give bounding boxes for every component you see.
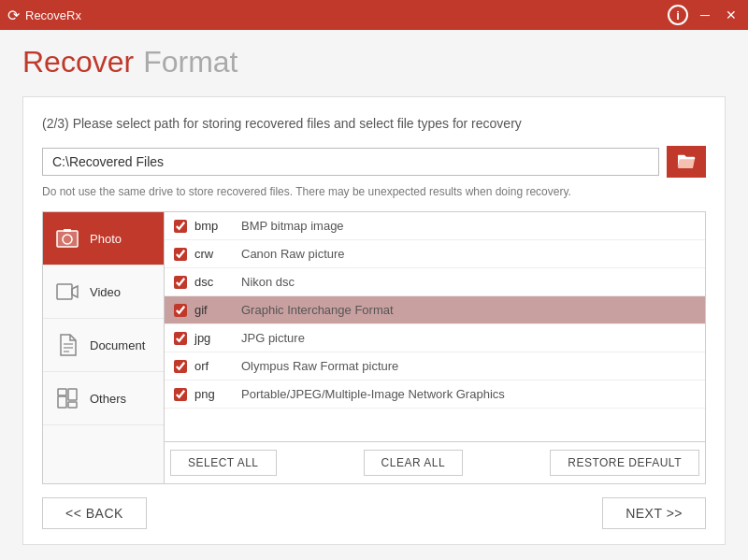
- file-row-jpg: jpg JPG picture: [165, 324, 705, 352]
- svg-rect-8: [58, 396, 66, 408]
- browse-folder-button[interactable]: [667, 146, 706, 178]
- file-list-actions: SELECT ALL CLEAR ALL RESTORE DEFAULT: [165, 441, 705, 483]
- ext-dsc: dsc: [194, 275, 241, 289]
- desc-crw: Canon Raw picture: [241, 247, 696, 261]
- video-icon: [54, 279, 80, 305]
- checkbox-orf[interactable]: [174, 360, 187, 373]
- desc-bmp: BMP bitmap image: [241, 219, 696, 233]
- file-list-panel: bmp BMP bitmap image crw Canon Raw pictu…: [165, 212, 705, 483]
- svg-rect-2: [64, 229, 71, 232]
- restore-default-button[interactable]: RESTORE DEFAULT: [550, 450, 699, 476]
- desc-gif: Graphic Interchange Format: [241, 303, 696, 317]
- photo-icon: [54, 225, 80, 251]
- file-row-dsc: dsc Nikon dsc: [165, 268, 705, 296]
- nav-row: << BACK NEXT >>: [42, 497, 706, 529]
- category-photo[interactable]: Photo: [43, 212, 164, 266]
- file-row-orf: orf Olympus Raw Format picture: [165, 352, 705, 381]
- file-row-bmp: bmp BMP bitmap image: [165, 212, 705, 240]
- category-others[interactable]: Others: [43, 372, 164, 425]
- file-type-area: Photo Video: [42, 211, 706, 484]
- title-bar: ⟳ RecoveRx i ─ ✕: [0, 0, 748, 30]
- back-button[interactable]: << BACK: [42, 497, 147, 529]
- desc-dsc: Nikon dsc: [241, 275, 696, 289]
- ext-png: png: [194, 387, 241, 401]
- main-content: Recover Format (2/3) Please select path …: [0, 30, 748, 560]
- checkbox-dsc[interactable]: [174, 276, 187, 289]
- ext-gif: gif: [194, 303, 241, 317]
- checkbox-jpg[interactable]: [174, 332, 187, 345]
- document-icon: [54, 332, 80, 358]
- close-button[interactable]: ✕: [722, 6, 741, 24]
- file-list-scroll[interactable]: bmp BMP bitmap image crw Canon Raw pictu…: [165, 212, 705, 441]
- title-bar-controls: i ─ ✕: [668, 5, 741, 25]
- desc-orf: Olympus Raw Format picture: [241, 359, 696, 373]
- category-video-label: Video: [90, 285, 121, 299]
- ext-jpg: jpg: [194, 331, 241, 345]
- svg-rect-10: [68, 389, 77, 400]
- folder-icon: [676, 153, 697, 170]
- desc-png: Portable/JPEG/Multiple-Image Network Gra…: [241, 387, 696, 401]
- heading-recover: Recover: [22, 45, 134, 79]
- path-row: [42, 146, 706, 178]
- desc-jpg: JPG picture: [241, 331, 696, 345]
- ext-orf: orf: [194, 359, 241, 373]
- checkbox-png[interactable]: [174, 388, 187, 401]
- category-others-label: Others: [90, 392, 126, 406]
- svg-rect-11: [68, 402, 77, 408]
- info-button[interactable]: i: [668, 5, 688, 25]
- category-document-label: Document: [90, 338, 145, 352]
- checkbox-crw[interactable]: [174, 248, 187, 261]
- minimize-button[interactable]: ─: [696, 6, 714, 24]
- category-photo-label: Photo: [90, 232, 122, 246]
- next-button[interactable]: NEXT >>: [602, 497, 706, 529]
- category-video[interactable]: Video: [43, 266, 164, 319]
- checkbox-gif[interactable]: [174, 304, 187, 317]
- file-row-crw: crw Canon Raw picture: [165, 240, 705, 268]
- svg-marker-4: [72, 286, 78, 297]
- checkbox-bmp[interactable]: [174, 220, 187, 233]
- file-row-gif: gif Graphic Interchange Format: [165, 296, 705, 324]
- card-title: (2/3) Please select path for storing rec…: [42, 116, 706, 131]
- heading-format: Format: [143, 45, 237, 79]
- page-heading: Recover Format: [22, 45, 726, 79]
- file-row-png: png Portable/JPEG/Multiple-Image Network…: [165, 381, 705, 409]
- ext-bmp: bmp: [194, 219, 241, 233]
- category-panel: Photo Video: [43, 212, 165, 483]
- app-title: RecoveRx: [25, 8, 81, 22]
- others-icon: [54, 385, 80, 411]
- select-all-button[interactable]: SELECT ALL: [170, 450, 277, 476]
- ext-crw: crw: [194, 247, 241, 261]
- app-title-area: ⟳ RecoveRx: [7, 7, 81, 24]
- card: (2/3) Please select path for storing rec…: [22, 96, 726, 545]
- clear-all-button[interactable]: CLEAR ALL: [364, 450, 464, 476]
- path-warning: Do not use the same drive to store recov…: [42, 185, 706, 198]
- category-document[interactable]: Document: [43, 319, 164, 372]
- svg-rect-3: [57, 284, 72, 299]
- path-input[interactable]: [42, 148, 659, 176]
- svg-rect-9: [58, 389, 66, 395]
